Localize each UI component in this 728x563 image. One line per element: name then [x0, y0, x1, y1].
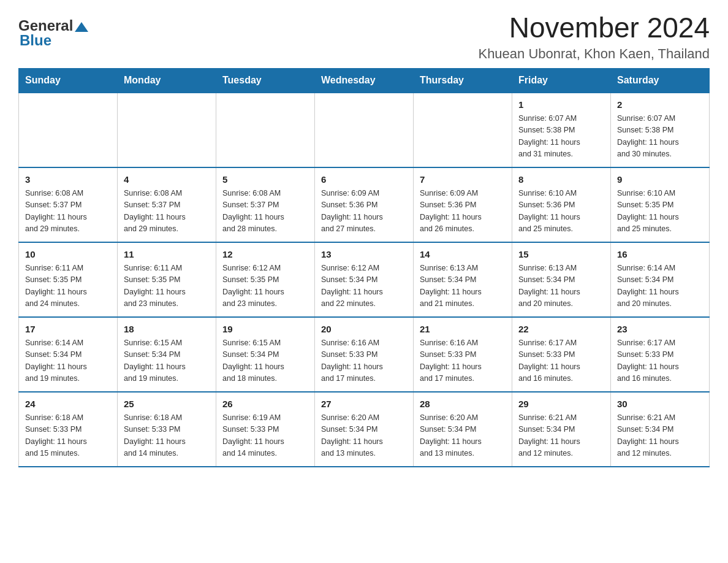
calendar-cell: 22Sunrise: 6:17 AM Sunset: 5:33 PM Dayli… — [512, 317, 611, 392]
calendar-cell: 17Sunrise: 6:14 AM Sunset: 5:34 PM Dayli… — [19, 317, 118, 392]
logo-blue-text: Blue — [20, 32, 51, 49]
col-header-wednesday: Wednesday — [315, 68, 414, 93]
day-info: Sunrise: 6:08 AM Sunset: 5:37 PM Dayligh… — [222, 188, 308, 236]
calendar-cell: 3Sunrise: 6:08 AM Sunset: 5:37 PM Daylig… — [19, 167, 118, 242]
calendar-week-row: 17Sunrise: 6:14 AM Sunset: 5:34 PM Dayli… — [19, 317, 710, 392]
day-info: Sunrise: 6:15 AM Sunset: 5:34 PM Dayligh… — [222, 337, 308, 385]
day-number: 3 — [25, 173, 111, 187]
calendar-table: SundayMondayTuesdayWednesdayThursdayFrid… — [18, 68, 710, 467]
day-info: Sunrise: 6:14 AM Sunset: 5:34 PM Dayligh… — [617, 262, 703, 310]
day-number: 29 — [518, 397, 604, 412]
calendar-cell — [118, 93, 216, 167]
calendar-cell — [216, 93, 315, 167]
month-title: November 2024 — [478, 12, 710, 44]
calendar-cell — [19, 93, 118, 167]
calendar-cell: 14Sunrise: 6:13 AM Sunset: 5:34 PM Dayli… — [414, 242, 512, 317]
day-info: Sunrise: 6:11 AM Sunset: 5:35 PM Dayligh… — [25, 262, 111, 310]
col-header-monday: Monday — [118, 68, 216, 93]
day-info: Sunrise: 6:13 AM Sunset: 5:34 PM Dayligh… — [420, 262, 506, 310]
calendar-week-row: 24Sunrise: 6:18 AM Sunset: 5:33 PM Dayli… — [19, 392, 710, 467]
day-number: 25 — [124, 397, 210, 412]
calendar-cell: 6Sunrise: 6:09 AM Sunset: 5:36 PM Daylig… — [315, 167, 414, 242]
calendar-cell: 12Sunrise: 6:12 AM Sunset: 5:35 PM Dayli… — [216, 242, 315, 317]
location-title: Khuean Ubonrat, Khon Kaen, Thailand — [478, 46, 710, 62]
calendar-cell: 11Sunrise: 6:11 AM Sunset: 5:35 PM Dayli… — [118, 242, 216, 317]
day-info: Sunrise: 6:08 AM Sunset: 5:37 PM Dayligh… — [124, 188, 210, 236]
calendar-cell: 8Sunrise: 6:10 AM Sunset: 5:36 PM Daylig… — [512, 167, 611, 242]
calendar-cell: 27Sunrise: 6:20 AM Sunset: 5:34 PM Dayli… — [315, 392, 414, 467]
day-number: 4 — [124, 173, 210, 187]
calendar-week-row: 10Sunrise: 6:11 AM Sunset: 5:35 PM Dayli… — [19, 242, 710, 317]
day-info: Sunrise: 6:19 AM Sunset: 5:33 PM Dayligh… — [222, 412, 308, 460]
calendar-header-row: SundayMondayTuesdayWednesdayThursdayFrid… — [19, 68, 710, 93]
day-info: Sunrise: 6:18 AM Sunset: 5:33 PM Dayligh… — [25, 412, 111, 460]
day-info: Sunrise: 6:12 AM Sunset: 5:35 PM Dayligh… — [222, 262, 308, 310]
day-number: 2 — [617, 98, 703, 112]
col-header-sunday: Sunday — [19, 68, 118, 93]
day-info: Sunrise: 6:12 AM Sunset: 5:34 PM Dayligh… — [321, 262, 407, 310]
day-number: 23 — [617, 323, 703, 337]
day-number: 30 — [617, 397, 703, 412]
col-header-saturday: Saturday — [611, 68, 710, 93]
day-number: 20 — [321, 323, 407, 337]
logo-triangle-icon — [75, 21, 88, 32]
calendar-cell: 25Sunrise: 6:18 AM Sunset: 5:33 PM Dayli… — [118, 392, 216, 467]
day-info: Sunrise: 6:09 AM Sunset: 5:36 PM Dayligh… — [420, 188, 506, 236]
calendar-cell: 2Sunrise: 6:07 AM Sunset: 5:38 PM Daylig… — [611, 93, 710, 167]
day-number: 19 — [222, 323, 308, 337]
day-info: Sunrise: 6:16 AM Sunset: 5:33 PM Dayligh… — [321, 337, 407, 385]
calendar-cell: 4Sunrise: 6:08 AM Sunset: 5:37 PM Daylig… — [118, 167, 216, 242]
day-info: Sunrise: 6:17 AM Sunset: 5:33 PM Dayligh… — [617, 337, 703, 385]
day-info: Sunrise: 6:10 AM Sunset: 5:35 PM Dayligh… — [617, 188, 703, 236]
day-info: Sunrise: 6:07 AM Sunset: 5:38 PM Dayligh… — [617, 113, 703, 161]
day-info: Sunrise: 6:15 AM Sunset: 5:34 PM Dayligh… — [124, 337, 210, 385]
day-number: 8 — [518, 173, 604, 187]
col-header-thursday: Thursday — [414, 68, 512, 93]
day-number: 17 — [25, 323, 111, 337]
day-number: 7 — [420, 173, 506, 187]
day-number: 15 — [518, 248, 604, 262]
calendar-cell: 21Sunrise: 6:16 AM Sunset: 5:33 PM Dayli… — [414, 317, 512, 392]
calendar-week-row: 3Sunrise: 6:08 AM Sunset: 5:37 PM Daylig… — [19, 167, 710, 242]
calendar-cell: 13Sunrise: 6:12 AM Sunset: 5:34 PM Dayli… — [315, 242, 414, 317]
day-info: Sunrise: 6:08 AM Sunset: 5:37 PM Dayligh… — [25, 188, 111, 236]
calendar-cell: 26Sunrise: 6:19 AM Sunset: 5:33 PM Dayli… — [216, 392, 315, 467]
day-number: 10 — [25, 248, 111, 262]
calendar-cell: 23Sunrise: 6:17 AM Sunset: 5:33 PM Dayli… — [611, 317, 710, 392]
day-info: Sunrise: 6:11 AM Sunset: 5:35 PM Dayligh… — [124, 262, 210, 310]
day-info: Sunrise: 6:13 AM Sunset: 5:34 PM Dayligh… — [518, 262, 604, 310]
day-info: Sunrise: 6:09 AM Sunset: 5:36 PM Dayligh… — [321, 188, 407, 236]
calendar-cell: 7Sunrise: 6:09 AM Sunset: 5:36 PM Daylig… — [414, 167, 512, 242]
day-info: Sunrise: 6:07 AM Sunset: 5:38 PM Dayligh… — [518, 113, 604, 161]
day-number: 24 — [25, 397, 111, 412]
day-number: 6 — [321, 173, 407, 187]
day-info: Sunrise: 6:20 AM Sunset: 5:34 PM Dayligh… — [420, 412, 506, 460]
day-number: 16 — [617, 248, 703, 262]
day-info: Sunrise: 6:17 AM Sunset: 5:33 PM Dayligh… — [518, 337, 604, 385]
day-number: 1 — [518, 98, 604, 112]
day-info: Sunrise: 6:16 AM Sunset: 5:33 PM Dayligh… — [420, 337, 506, 385]
calendar-cell: 19Sunrise: 6:15 AM Sunset: 5:34 PM Dayli… — [216, 317, 315, 392]
day-number: 28 — [420, 397, 506, 412]
day-info: Sunrise: 6:20 AM Sunset: 5:34 PM Dayligh… — [321, 412, 407, 460]
calendar-cell: 15Sunrise: 6:13 AM Sunset: 5:34 PM Dayli… — [512, 242, 611, 317]
calendar-cell: 18Sunrise: 6:15 AM Sunset: 5:34 PM Dayli… — [118, 317, 216, 392]
day-info: Sunrise: 6:21 AM Sunset: 5:34 PM Dayligh… — [518, 412, 604, 460]
day-number: 22 — [518, 323, 604, 337]
day-number: 13 — [321, 248, 407, 262]
calendar-cell: 16Sunrise: 6:14 AM Sunset: 5:34 PM Dayli… — [611, 242, 710, 317]
calendar-cell: 5Sunrise: 6:08 AM Sunset: 5:37 PM Daylig… — [216, 167, 315, 242]
title-block: November 2024 Khuean Ubonrat, Khon Kaen,… — [478, 12, 710, 62]
page-header: General Blue November 2024 Khuean Ubonra… — [18, 12, 710, 62]
calendar-cell: 30Sunrise: 6:21 AM Sunset: 5:34 PM Dayli… — [611, 392, 710, 467]
col-header-tuesday: Tuesday — [216, 68, 315, 93]
day-number: 14 — [420, 248, 506, 262]
day-number: 5 — [222, 173, 308, 187]
calendar-cell: 29Sunrise: 6:21 AM Sunset: 5:34 PM Dayli… — [512, 392, 611, 467]
day-info: Sunrise: 6:21 AM Sunset: 5:34 PM Dayligh… — [617, 412, 703, 460]
calendar-cell: 1Sunrise: 6:07 AM Sunset: 5:38 PM Daylig… — [512, 93, 611, 167]
day-info: Sunrise: 6:18 AM Sunset: 5:33 PM Dayligh… — [124, 412, 210, 460]
day-number: 9 — [617, 173, 703, 187]
calendar-week-row: 1Sunrise: 6:07 AM Sunset: 5:38 PM Daylig… — [19, 93, 710, 167]
col-header-friday: Friday — [512, 68, 611, 93]
